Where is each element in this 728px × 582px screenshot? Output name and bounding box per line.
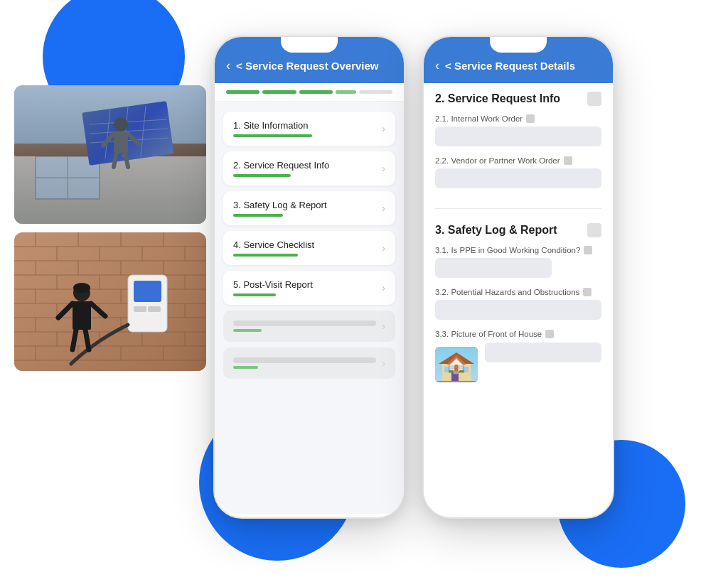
progress-seg-2 — [262, 90, 296, 94]
field-internal-work-order-input[interactable] — [435, 126, 601, 146]
progress-seg-5 — [359, 90, 392, 94]
menu-item-service-request-content: 2. Service Request Info — [233, 160, 376, 177]
menu-item-site-info-label: 1. Site Information — [233, 120, 376, 131]
chevron-right-icon-5: › — [382, 282, 385, 293]
phone-notch-left — [281, 37, 338, 53]
svg-rect-6 — [82, 101, 173, 166]
progress-seg-1 — [226, 90, 259, 94]
menu-item-service-checklist-bar — [233, 254, 298, 257]
svg-line-75 — [85, 330, 89, 350]
menu-item-site-info-bar — [233, 134, 312, 137]
menu-item-service-checklist-content: 4. Service Checklist — [233, 239, 376, 257]
field-hazards-label: 3.2. Potential Hazards and Obstructions — [435, 288, 601, 296]
field-info-icon-1 — [526, 114, 535, 123]
placeholder-chevron-1: › — [382, 320, 385, 332]
phone-left: ‹ < Service Request Overview 1. Site — [213, 36, 405, 519]
svg-line-18 — [125, 153, 128, 167]
field-internal-work-order: 2.1. Internal Work Order — [435, 114, 601, 146]
house-photo-thumbnail[interactable] — [435, 347, 478, 382]
svg-rect-82 — [435, 381, 478, 382]
menu-item-placeholder-2: › — [223, 347, 395, 379]
placeholder-bar-1 — [233, 329, 262, 332]
svg-point-70 — [73, 283, 90, 293]
phone-left-title: < Service Request Overview — [236, 60, 392, 72]
menu-item-post-visit-bar — [233, 293, 276, 296]
menu-item-post-visit[interactable]: 5. Post-Visit Report › — [223, 271, 395, 305]
menu-section-left: 1. Site Information › 2. Service Request… — [215, 102, 404, 389]
back-arrow-icon-left[interactable]: ‹ — [226, 58, 230, 73]
chevron-right-icon-2: › — [382, 163, 385, 174]
section-2-icon — [587, 92, 601, 106]
svg-line-9 — [90, 138, 168, 143]
menu-item-service-request[interactable]: 2. Service Request Info › — [223, 151, 395, 185]
section-3-title-text: 3. Safety Log & Report — [435, 224, 557, 237]
section-safety-log: 3. Safety Log & Report 3.1. Is PPE in Go… — [424, 215, 613, 397]
progress-area-left — [215, 83, 404, 102]
field-info-icon-4 — [583, 288, 592, 296]
field-info-icon-5 — [545, 330, 554, 338]
phone-right: ‹ < Service Request Details 2. Service R… — [422, 36, 614, 519]
field-info-icon-3 — [584, 246, 592, 254]
field-info-icon-2 — [564, 156, 572, 165]
field-ppe: 3.1. Is PPE in Good Working Condition? — [435, 246, 601, 278]
menu-item-safety-log-content: 3. Safety Log & Report — [233, 200, 376, 217]
menu-item-site-info[interactable]: 1. Site Information › — [223, 112, 395, 146]
phone-notch-right — [490, 37, 547, 53]
field-vendor-work-order: 2.2. Vendor or Partner Work Order — [435, 156, 601, 188]
chevron-right-icon-4: › — [382, 242, 385, 254]
svg-rect-71 — [73, 301, 91, 330]
placeholder-bar-2 — [233, 366, 258, 369]
photo-ev — [14, 232, 206, 371]
placeholder-line-2 — [233, 357, 376, 363]
menu-item-safety-log-label: 3. Safety Log & Report — [233, 200, 376, 210]
section-3-icon — [587, 223, 601, 237]
section-3-title: 3. Safety Log & Report — [435, 223, 601, 237]
field-vendor-work-order-input[interactable] — [435, 168, 601, 188]
photo-container — [14, 85, 206, 371]
svg-line-17 — [114, 153, 117, 167]
chevron-right-icon-3: › — [382, 203, 385, 214]
solar-illustration — [14, 85, 206, 224]
section-2-title: 2. Service Request Info — [435, 92, 601, 106]
field-front-house-input[interactable] — [485, 343, 601, 362]
phone-right-title: < Service Request Details — [445, 60, 601, 72]
menu-item-service-request-label: 2. Service Request Info — [233, 160, 376, 171]
field-front-house-row — [435, 343, 601, 382]
field-ppe-label: 3.1. Is PPE in Good Working Condition? — [435, 246, 601, 254]
field-ppe-input[interactable] — [435, 258, 552, 278]
svg-rect-79 — [451, 371, 459, 381]
svg-line-15 — [103, 134, 114, 146]
menu-item-site-info-content: 1. Site Information — [233, 120, 376, 137]
svg-rect-80 — [444, 367, 451, 372]
field-front-house-label: 3.3. Picture of Front of House — [435, 330, 601, 338]
menu-item-service-request-bar — [233, 174, 291, 177]
photo-solar — [14, 85, 206, 224]
field-vendor-work-order-label: 2.2. Vendor or Partner Work Order — [435, 156, 601, 165]
svg-line-10 — [105, 108, 110, 158]
field-front-house: 3.3. Picture of Front of House — [435, 330, 601, 382]
section-divider-1 — [435, 208, 601, 209]
house-svg — [435, 347, 478, 382]
svg-point-13 — [114, 117, 128, 131]
field-hazards: 3.2. Potential Hazards and Obstructions — [435, 288, 601, 320]
progress-bar-left — [226, 90, 392, 94]
svg-rect-0 — [14, 85, 206, 224]
menu-item-safety-log[interactable]: 3. Safety Log & Report › — [223, 191, 395, 225]
phones-container: ‹ < Service Request Overview 1. Site — [213, 36, 614, 519]
svg-rect-1 — [14, 149, 206, 224]
progress-seg-4 — [336, 90, 355, 94]
menu-item-post-visit-content: 5. Post-Visit Report — [233, 279, 376, 296]
section-service-request-info: 2. Service Request Info 2.1. Internal Wo… — [424, 83, 613, 203]
menu-item-service-checklist-label: 4. Service Checklist — [233, 239, 376, 250]
back-arrow-icon-right[interactable]: ‹ — [435, 58, 439, 73]
progress-seg-3 — [299, 90, 333, 94]
field-hazards-input[interactable] — [435, 300, 601, 320]
menu-item-safety-log-bar — [233, 214, 283, 217]
menu-item-service-checklist[interactable]: 4. Service Checklist › — [223, 231, 395, 265]
svg-line-74 — [73, 330, 76, 350]
svg-rect-81 — [462, 367, 469, 372]
section-2-title-text: 2. Service Request Info — [435, 92, 560, 105]
menu-item-placeholder-1: › — [223, 311, 395, 342]
svg-rect-67 — [134, 306, 146, 312]
svg-rect-14 — [114, 131, 128, 153]
